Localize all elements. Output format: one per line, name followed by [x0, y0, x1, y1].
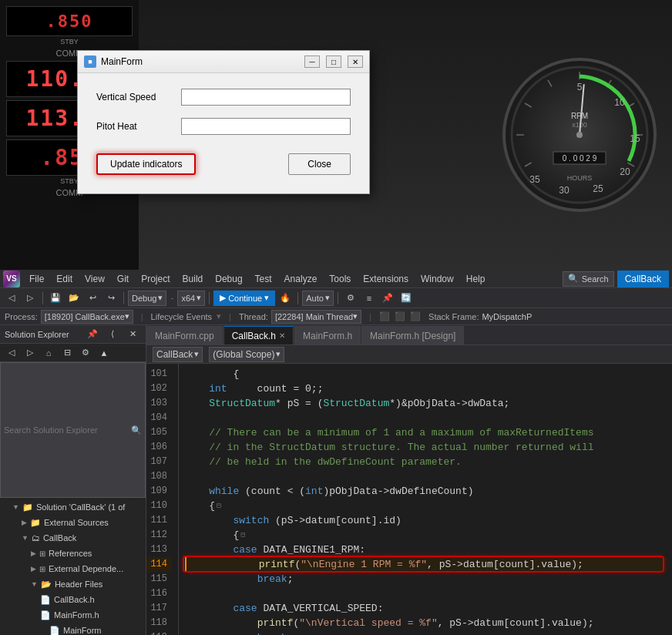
code-line-101[interactable]: {: [185, 367, 666, 381]
fold-icon-110[interactable]: ⊟: [217, 499, 221, 513]
code-line-111[interactable]: switch (pS->datum[count].id): [185, 513, 666, 528]
tree-item-header-files[interactable]: ▼ 📂 Header Files: [0, 576, 146, 592]
code-line-106[interactable]: // in the StructDatum structure. The act…: [185, 440, 666, 455]
code-line-109[interactable]: while (count < (int)pObjData->dwDefineCo…: [185, 484, 666, 499]
code-line-114[interactable]: ▶ printf("\nEngine 1 RPM = %f", pS->datu…: [185, 557, 666, 572]
open-button[interactable]: 📂: [66, 291, 82, 306]
chevron-down-icon-2: ▼: [22, 534, 29, 542]
stack-icon2: ⬛: [395, 311, 405, 321]
tree-item-callback-h[interactable]: 📄 CallBack.h: [0, 592, 146, 607]
se-collapse-button[interactable]: ⊟: [59, 345, 76, 361]
se-close-button[interactable]: ✕: [124, 327, 141, 342]
close-dialog-button[interactable]: Close: [288, 153, 351, 175]
pin-button[interactable]: 📌: [379, 291, 396, 306]
menu-test[interactable]: Test: [249, 270, 278, 287]
code-line-107[interactable]: // be held in the dwDefineCount paramete…: [185, 455, 666, 469]
se-filter-button[interactable]: ▲: [96, 345, 113, 361]
class-nav: CallBack: [156, 349, 193, 360]
tree-item-external-sources[interactable]: ▶ 📁 External Sources: [0, 515, 146, 530]
continue-button[interactable]: ▶ Continue ▾: [213, 291, 275, 306]
callback-menu-button[interactable]: CallBack: [617, 270, 669, 287]
menu-help[interactable]: Help: [460, 270, 492, 287]
code-line-103[interactable]: StructDatum* pS = (StructDatum*)&pObjDat…: [185, 396, 666, 411]
tree-item-solution[interactable]: ▼ 📁 Solution 'CallBack' (1 of: [0, 499, 146, 515]
code-line-102[interactable]: int count = 0;;: [185, 381, 666, 396]
tab-callback-h[interactable]: CallBack.h ✕: [223, 326, 294, 344]
code-line-108: [185, 469, 666, 484]
auto-dropdown[interactable]: Auto ▾: [302, 291, 334, 306]
svg-text:20: 20: [620, 166, 630, 177]
save-button[interactable]: 💾: [47, 291, 64, 306]
menu-analyze[interactable]: Analyze: [278, 270, 324, 287]
dialog-close-button[interactable]: ✕: [348, 55, 363, 68]
code-line-113[interactable]: case DATA_ENGINE1_RPM:: [185, 543, 666, 557]
code-line-115[interactable]: break;: [185, 572, 666, 586]
config-dropdown[interactable]: Debug ▾: [128, 291, 166, 306]
refresh-button[interactable]: 🔄: [398, 291, 415, 306]
toolbar-separator-2: [123, 292, 124, 304]
minimize-button[interactable]: ─: [304, 55, 320, 68]
code-line-105[interactable]: // There can be a minimum of 1 and a max…: [185, 425, 666, 440]
redo-button[interactable]: ↪: [102, 291, 119, 306]
tree-item-external-deps[interactable]: ▶ ⊞ External Depende...: [0, 561, 146, 576]
tree-item-mainform[interactable]: 📄 MainForm: [0, 623, 146, 635]
process-dropdown[interactable]: [18920] CallBack.exe ▾: [41, 310, 133, 324]
se-settings-button[interactable]: ⚙: [77, 345, 94, 361]
code-line-119[interactable]: break;: [185, 630, 666, 635]
menu-tools[interactable]: Tools: [323, 270, 357, 287]
code-header: CallBack ▾ (Global Scope) ▾: [146, 345, 672, 364]
forward-button[interactable]: ▷: [22, 291, 39, 306]
se-nav-button[interactable]: ⟨: [104, 327, 121, 342]
tree-item-callback-project[interactable]: ▼ 🗂 CallBack: [0, 530, 146, 546]
code-line-112[interactable]: { ⊟: [185, 528, 666, 543]
search-box[interactable]: 🔍 Search: [563, 271, 614, 287]
se-search-input[interactable]: [4, 425, 131, 435]
menu-build[interactable]: Build: [176, 270, 210, 287]
stack-label: Stack Frame:: [428, 312, 479, 321]
menu-file[interactable]: File: [23, 270, 50, 287]
settings-button[interactable]: ⚙: [342, 291, 359, 306]
dialog-title: MainForm: [101, 56, 298, 67]
tab-mainform-h[interactable]: MainForm.h: [294, 326, 361, 344]
vertical-speed-input[interactable]: [181, 89, 351, 106]
se-back-button[interactable]: ◁: [3, 345, 20, 361]
class-dropdown[interactable]: CallBack ▾: [153, 347, 203, 362]
toolbar: ◁ ▷ 💾 📂 ↩ ↪ Debug ▾ - x64 ▾ ▶ Continue ▾…: [0, 288, 672, 308]
chevron-down-icon: ▼: [12, 503, 19, 511]
code-line-117[interactable]: case DATA_VERTICAL_SPEED:: [185, 601, 666, 616]
svg-text:15: 15: [630, 133, 640, 144]
se-home-button[interactable]: ⌂: [40, 345, 57, 361]
fold-icon-112[interactable]: ⊟: [240, 528, 245, 543]
tree-item-references[interactable]: ▶ ⊞ References: [0, 546, 146, 561]
platform-dropdown[interactable]: x64 ▾: [177, 291, 205, 306]
update-indicators-button[interactable]: Update indicators: [96, 153, 196, 175]
se-pin-button[interactable]: 📌: [84, 327, 101, 342]
tab-mainform-cpp[interactable]: MainForm.cpp: [146, 326, 223, 344]
tree-item-mainform-h[interactable]: 📄 MainForm.h: [0, 607, 146, 623]
menu-edit[interactable]: Edit: [50, 270, 79, 287]
code-line-118[interactable]: printf("\nVertical speed = %f", pS->datu…: [185, 616, 666, 630]
menu-window[interactable]: Window: [415, 270, 460, 287]
code-line-110[interactable]: { ⊟: [185, 499, 666, 513]
fire-button[interactable]: 🔥: [277, 291, 294, 306]
tab-mainform-design[interactable]: MainForm.h [Design]: [361, 326, 464, 344]
menu-project[interactable]: Project: [135, 270, 176, 287]
processbar: Process: [18920] CallBack.exe ▾ | Lifecy…: [0, 308, 672, 325]
method-dropdown[interactable]: (Global Scope) ▾: [209, 347, 284, 362]
pitot-heat-input[interactable]: [181, 118, 351, 135]
gauge-svg: 5 10 15 20 25 30 35 RPM x100 0 . 0 0 2 9: [506, 61, 654, 209]
undo-button[interactable]: ↩: [84, 291, 101, 306]
more-button[interactable]: ≡: [361, 291, 378, 306]
se-forward-button[interactable]: ▷: [22, 345, 39, 361]
thread-dropdown[interactable]: [22284] Main Thread ▾: [271, 310, 361, 324]
svg-text:35: 35: [529, 174, 540, 185]
back-button[interactable]: ◁: [3, 291, 20, 306]
menu-extensions[interactable]: Extensions: [357, 270, 415, 287]
maximize-button[interactable]: □: [326, 55, 341, 68]
menu-view[interactable]: View: [79, 270, 111, 287]
toolbar-separator-1: [42, 292, 43, 304]
tab-close-callback-h[interactable]: ✕: [279, 331, 285, 340]
menu-debug[interactable]: Debug: [209, 270, 248, 287]
svg-text:30: 30: [559, 185, 570, 196]
menu-git[interactable]: Git: [111, 270, 135, 287]
